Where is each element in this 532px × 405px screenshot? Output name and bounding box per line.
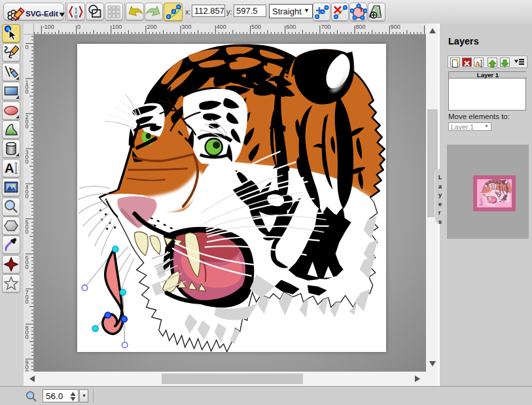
svg-text:g: g: [75, 13, 77, 18]
svg-text:SVG-Edit: SVG-Edit: [26, 10, 58, 18]
svg-text:A: A: [475, 60, 480, 67]
svg-text:A: A: [5, 161, 14, 175]
